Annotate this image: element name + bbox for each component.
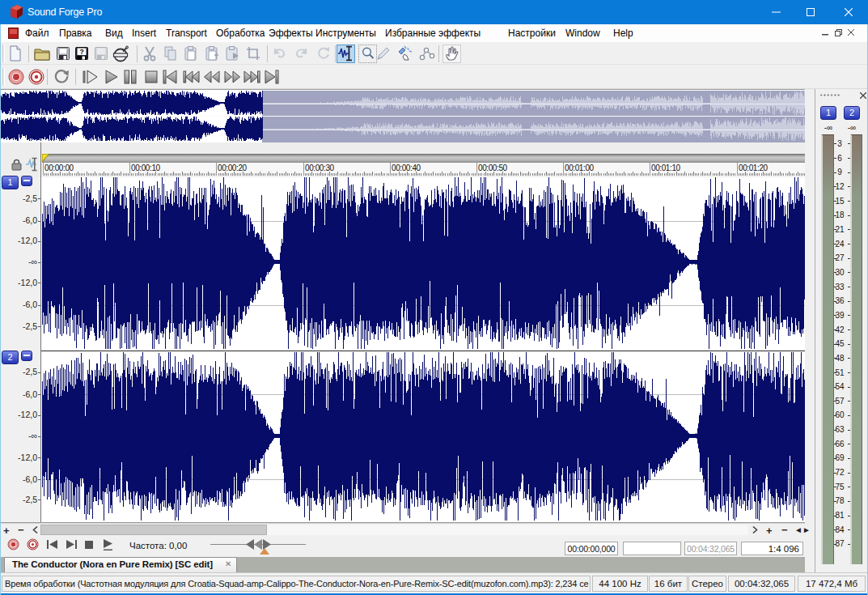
- svg-text:?: ?: [79, 48, 83, 56]
